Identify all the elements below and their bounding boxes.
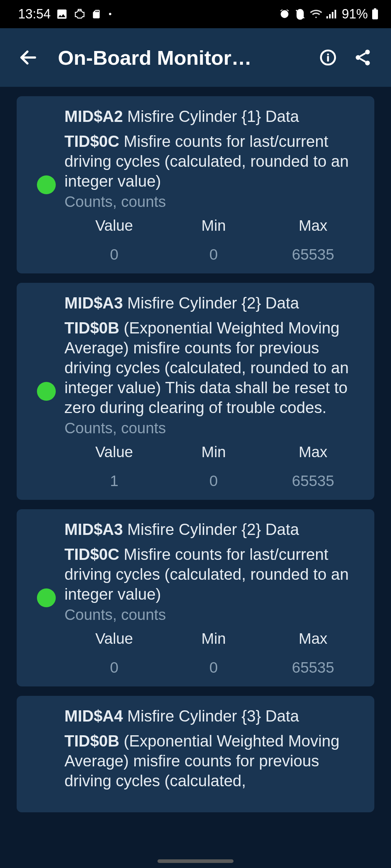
- value-header: Value: [64, 217, 164, 234]
- card-body: MID$A4 Misfire Cylinder {3} Data TID$0B …: [64, 706, 363, 791]
- share-icon: [353, 48, 372, 67]
- monitor-card[interactable]: MID$A3 Misfire Cylinder {2} Data TID$0B …: [17, 283, 374, 500]
- info-icon: [319, 48, 337, 67]
- mid-line: MID$A3 Misfire Cylinder {2} Data: [64, 519, 363, 539]
- sd-card-icon: [91, 8, 101, 20]
- arrow-left-icon: [18, 47, 38, 68]
- tid-code: TID$0C: [64, 132, 119, 150]
- info-button[interactable]: [311, 40, 345, 75]
- max-cell: 65535: [263, 659, 363, 676]
- tid-line: TID$0B (Exponential Weighted Moving Aver…: [64, 318, 363, 417]
- wifi-icon: [310, 9, 322, 19]
- units-label: Counts, counts: [64, 420, 363, 437]
- value-row: 0 0 65535: [64, 241, 363, 263]
- max-header: Max: [263, 217, 363, 234]
- svg-rect-0: [372, 9, 378, 19]
- mid-line: MID$A2 Misfire Cylinder {1} Data: [64, 106, 363, 126]
- max-header: Max: [263, 630, 363, 647]
- status-right: 91%: [279, 7, 379, 22]
- value-cell: 0: [64, 246, 164, 263]
- status-left: 13:54 •: [18, 7, 112, 22]
- max-cell: 65535: [263, 472, 363, 490]
- value-row: 1 0 65535: [64, 467, 363, 490]
- back-button[interactable]: [11, 40, 46, 75]
- min-cell: 0: [164, 472, 264, 490]
- status-indicator-col: [28, 106, 64, 263]
- signal-icon: [326, 9, 337, 19]
- value-header: Value: [64, 443, 164, 461]
- alarm-icon: [279, 8, 290, 20]
- status-dot-green: [37, 175, 56, 194]
- dot-icon: •: [109, 9, 112, 19]
- tid-line: TID$0B (Exponential Weighted Moving Aver…: [64, 731, 363, 791]
- mid-code: MID$A4: [64, 707, 123, 725]
- card-body: MID$A3 Misfire Cylinder {2} Data TID$0C …: [64, 519, 363, 676]
- card-body: MID$A3 Misfire Cylinder {2} Data TID$0B …: [64, 293, 363, 490]
- min-header: Min: [164, 217, 264, 234]
- svg-point-8: [365, 61, 370, 65]
- status-indicator-col: [28, 706, 64, 791]
- page-title: On-Board Monitor…: [58, 46, 311, 69]
- svg-rect-1: [374, 8, 376, 9]
- nav-handle[interactable]: [157, 859, 234, 863]
- svg-point-6: [365, 50, 370, 54]
- value-cell: 1: [64, 472, 164, 490]
- mid-code: MID$A2: [64, 107, 123, 125]
- mid-text: Misfire Cylinder {2} Data: [127, 294, 299, 312]
- value-header-row: Value Min Max: [64, 217, 363, 234]
- units-label: Counts, counts: [64, 606, 363, 624]
- content-scroll[interactable]: MID$A2 Misfire Cylinder {1} Data TID$0C …: [0, 87, 391, 868]
- tid-line: TID$0C Misfire counts for last/current d…: [64, 544, 363, 604]
- units-label: Counts, counts: [64, 193, 363, 210]
- card-body: MID$A2 Misfire Cylinder {1} Data TID$0C …: [64, 106, 363, 263]
- value-header-row: Value Min Max: [64, 443, 363, 461]
- monitor-card[interactable]: MID$A4 Misfire Cylinder {3} Data TID$0B …: [17, 696, 374, 812]
- app-bar: On-Board Monitor…: [0, 28, 391, 87]
- status-indicator-col: [28, 293, 64, 490]
- value-row: 0 0 65535: [64, 654, 363, 676]
- monitor-card[interactable]: MID$A3 Misfire Cylinder {2} Data TID$0C …: [17, 509, 374, 686]
- engine-icon: [73, 9, 86, 20]
- status-bar: 13:54 • 91%: [0, 0, 391, 28]
- tid-code: TID$0B: [64, 732, 119, 750]
- svg-point-5: [327, 54, 329, 55]
- svg-point-7: [356, 55, 361, 60]
- tid-code: TID$0C: [64, 545, 119, 563]
- max-header: Max: [263, 443, 363, 461]
- tid-line: TID$0C Misfire counts for last/current d…: [64, 131, 363, 191]
- min-cell: 0: [164, 659, 264, 676]
- mid-text: Misfire Cylinder {1} Data: [127, 107, 299, 125]
- min-cell: 0: [164, 246, 264, 263]
- mid-text: Misfire Cylinder {3} Data: [127, 707, 299, 725]
- min-header: Min: [164, 630, 264, 647]
- battery-icon: [371, 8, 379, 20]
- status-time: 13:54: [18, 7, 51, 22]
- min-header: Min: [164, 443, 264, 461]
- value-cell: 0: [64, 659, 164, 676]
- max-cell: 65535: [263, 246, 363, 263]
- mid-code: MID$A3: [64, 294, 123, 312]
- status-dot-green: [37, 382, 56, 401]
- mid-code: MID$A3: [64, 520, 123, 538]
- share-button[interactable]: [345, 40, 380, 75]
- image-icon: [56, 8, 68, 20]
- tid-code: TID$0B: [64, 319, 119, 337]
- battery-percent: 91%: [342, 7, 368, 22]
- status-indicator-col: [28, 519, 64, 676]
- value-header-row: Value Min Max: [64, 630, 363, 647]
- monitor-card[interactable]: MID$A2 Misfire Cylinder {1} Data TID$0C …: [17, 96, 374, 273]
- value-header: Value: [64, 630, 164, 647]
- status-dot-green: [37, 588, 56, 607]
- mid-line: MID$A4 Misfire Cylinder {3} Data: [64, 706, 363, 726]
- mid-line: MID$A3 Misfire Cylinder {2} Data: [64, 293, 363, 313]
- mid-text: Misfire Cylinder {2} Data: [127, 520, 299, 538]
- vibrate-icon: [294, 8, 306, 20]
